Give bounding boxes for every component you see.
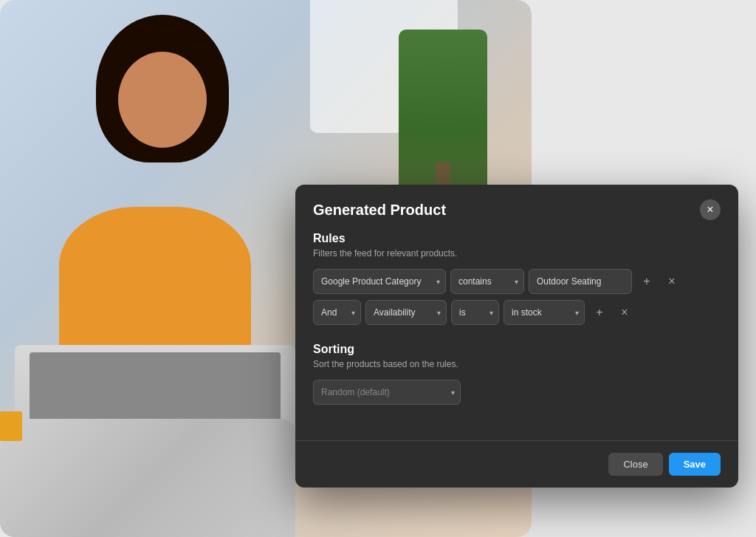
modal-title: Generated Product [313, 202, 446, 219]
add-rule-button[interactable]: + [636, 271, 657, 292]
stock-select-wrapper: in stock [504, 300, 585, 325]
rules-section: Rules Filters the feed for relevant prod… [313, 232, 721, 325]
sorting-select-wrapper: Random (default) Price: Low to High Pric… [313, 380, 461, 405]
value-input[interactable] [529, 269, 632, 294]
availability-select-wrapper: Availability [365, 300, 447, 325]
modal-header: Generated Product × [295, 185, 738, 232]
modal-close-button[interactable]: × [700, 199, 721, 220]
modal-footer: Close Save [295, 440, 738, 488]
conjunction-select[interactable]: And [313, 300, 361, 325]
operator-select[interactable]: contains [450, 269, 524, 294]
rules-title: Rules [313, 232, 721, 245]
close-button[interactable]: Close [608, 453, 662, 476]
headphones [0, 419, 295, 537]
operator-select-wrapper: contains [450, 269, 524, 294]
remove-rule-2-button[interactable]: × [614, 302, 635, 323]
woman-face [118, 52, 207, 148]
stock-value-select[interactable]: in stock [504, 300, 585, 325]
remove-rule-button[interactable]: × [662, 271, 682, 292]
sorting-section: Sorting Sort the products based on the r… [313, 343, 721, 405]
availability-field-select[interactable]: Availability [365, 300, 447, 325]
sorting-select[interactable]: Random (default) Price: Low to High Pric… [313, 380, 461, 405]
modal-dialog: Generated Product × Rules Filters the fe… [295, 185, 738, 488]
modal-body: Rules Filters the feed for relevant prod… [295, 232, 738, 440]
woman-shirt [59, 207, 251, 355]
is-operator-select[interactable]: is [451, 300, 499, 325]
sorting-title: Sorting [313, 343, 721, 356]
sorting-description: Sort the products based on the rules. [313, 359, 721, 369]
save-button[interactable]: Save [669, 453, 721, 476]
rule-row-1: Google Product Category contains + × [313, 269, 721, 294]
add-rule-2-button[interactable]: + [589, 302, 610, 323]
conjunction-select-wrapper: And [313, 300, 361, 325]
is-select-wrapper: is [451, 300, 499, 325]
rule-row-2: And Availability is in stock [313, 300, 721, 325]
category-select[interactable]: Google Product Category [313, 269, 446, 294]
sticky-note [0, 411, 22, 441]
rules-description: Filters the feed for relevant products. [313, 248, 721, 259]
category-select-wrapper: Google Product Category [313, 269, 446, 294]
